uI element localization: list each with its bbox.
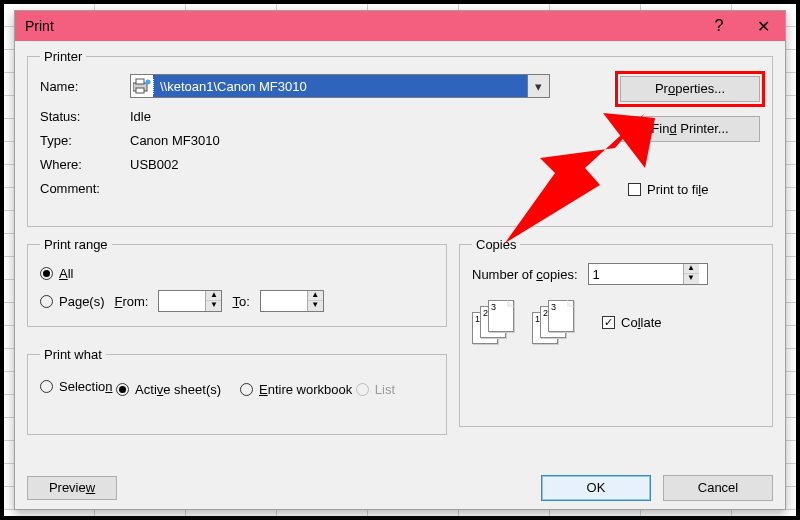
dialog-footer: Preview OK Cancel <box>15 469 785 509</box>
print-dialog: Print ? ✕ Printer Name: \\ketoan1\Canon … <box>14 10 786 510</box>
from-input[interactable] <box>159 291 205 311</box>
copies-label: Number of copies: <box>472 267 578 282</box>
svg-rect-1 <box>136 79 144 84</box>
status-label: Status: <box>40 109 130 124</box>
collate-checkbox[interactable]: Collate <box>602 311 661 333</box>
preview-button[interactable]: Preview <box>27 476 117 500</box>
comment-label: Comment: <box>40 181 130 196</box>
spin-down[interactable]: ▼ <box>684 274 699 284</box>
print-what-group: Print what Selection Active sheet(s) Ent… <box>27 347 447 435</box>
status-value: Idle <box>130 109 151 124</box>
print-range-group: Print range All Page(s) From: ▲▼ To: ▲▼ <box>27 237 447 327</box>
collate-label: Collate <box>621 315 661 330</box>
to-input[interactable] <box>261 291 307 311</box>
copies-legend: Copies <box>472 237 520 252</box>
find-printer-button[interactable]: Find Printer... <box>620 116 760 142</box>
where-label: Where: <box>40 157 130 172</box>
name-label: Name: <box>40 79 130 94</box>
type-label: Type: <box>40 133 130 148</box>
radio-selection[interactable]: Selection <box>40 375 112 397</box>
chevron-down-icon[interactable]: ▾ <box>527 75 549 97</box>
radio-active-sheets[interactable]: Active sheet(s) <box>116 378 221 400</box>
printer-legend: Printer <box>40 49 86 64</box>
titlebar[interactable]: Print ? ✕ <box>15 11 785 41</box>
copies-input[interactable] <box>589 264 683 284</box>
collate-diagram-icon: 1 2 3 <box>532 300 576 344</box>
printer-selected: \\ketoan1\Canon MF3010 <box>153 79 527 94</box>
printer-icon <box>131 75 153 97</box>
from-spinbox[interactable]: ▲▼ <box>158 290 222 312</box>
to-spinbox[interactable]: ▲▼ <box>260 290 324 312</box>
ok-button[interactable]: OK <box>541 475 651 501</box>
svg-point-3 <box>146 80 151 85</box>
copies-spinbox[interactable]: ▲▼ <box>588 263 708 285</box>
copies-group: Copies Number of copies: ▲▼ 1 2 3 1 <box>459 237 773 427</box>
cancel-button[interactable]: Cancel <box>663 475 773 501</box>
to-label: To: <box>232 294 249 309</box>
spin-down[interactable]: ▼ <box>308 301 323 311</box>
svg-rect-2 <box>136 88 144 93</box>
radio-list: List <box>356 378 395 400</box>
dialog-title: Print <box>25 18 54 34</box>
print-to-file-checkbox[interactable]: Print to file <box>628 178 708 200</box>
collate-diagram-icon: 1 2 3 <box>472 300 516 344</box>
type-value: Canon MF3010 <box>130 133 220 148</box>
close-button[interactable]: ✕ <box>741 11 785 41</box>
properties-button[interactable]: Properties... <box>620 76 760 102</box>
radio-all[interactable]: All <box>40 262 434 284</box>
print-to-file-label: Print to file <box>647 182 708 197</box>
printer-select[interactable]: \\ketoan1\Canon MF3010 ▾ <box>130 74 550 98</box>
radio-entire-workbook[interactable]: Entire workbook <box>240 378 352 400</box>
where-value: USB002 <box>130 157 178 172</box>
printer-group: Printer Name: \\ketoan1\Canon MF3010 ▾ S… <box>27 49 773 227</box>
spin-down[interactable]: ▼ <box>206 301 221 311</box>
help-button[interactable]: ? <box>697 11 741 41</box>
radio-pages[interactable]: Page(s) <box>40 290 105 312</box>
from-label: From: <box>115 294 149 309</box>
print-what-legend: Print what <box>40 347 106 362</box>
print-range-legend: Print range <box>40 237 112 252</box>
